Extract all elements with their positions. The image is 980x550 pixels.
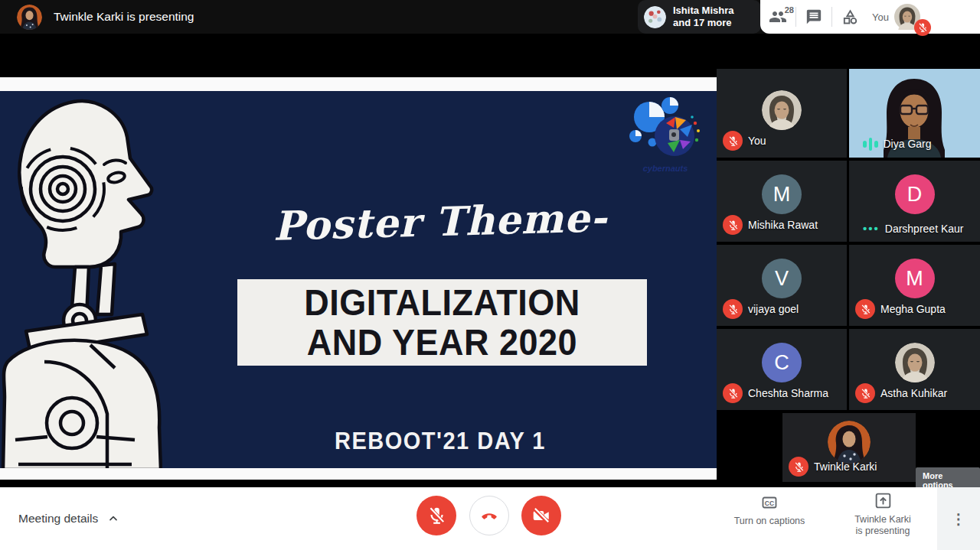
slide-headline-box: DIGITALIZATION AND YEAR 2020 bbox=[237, 279, 647, 366]
more-vert-icon: ⋮ bbox=[952, 511, 966, 527]
presenter-avatar bbox=[17, 5, 42, 30]
mic-muted-icon bbox=[723, 215, 743, 235]
participant-photo bbox=[762, 90, 802, 130]
participant-avatar bbox=[644, 6, 666, 28]
present-screen-icon bbox=[874, 491, 893, 510]
chat-icon bbox=[805, 8, 822, 25]
more-options-button[interactable]: ⋮ bbox=[937, 487, 980, 550]
meeting-details-button[interactable]: Meeting details bbox=[18, 487, 119, 550]
participant-tile-astha-kuhikar[interactable]: Astha Kuhikar bbox=[849, 329, 980, 410]
chevron-up-icon bbox=[107, 513, 119, 525]
participant-tile-you[interactable]: You bbox=[717, 69, 847, 158]
top-bar: Twinkle Karki is presenting Ishita Mishr… bbox=[0, 0, 980, 34]
presenting-line1: Twinkle Karki bbox=[854, 514, 911, 525]
bottom-bar: Meeting details CC Turn on captions bbox=[0, 487, 980, 550]
overflow-line1: Ishita Mishra bbox=[673, 5, 733, 16]
slide-headline-line2: AND YEAR 2020 bbox=[307, 321, 577, 363]
meeting-details-label: Meeting details bbox=[18, 512, 98, 526]
activities-button[interactable] bbox=[832, 0, 867, 34]
initial-avatar: V bbox=[762, 259, 802, 298]
mic-off-icon bbox=[426, 506, 446, 526]
mic-muted-icon bbox=[723, 383, 743, 403]
call-end-icon bbox=[479, 506, 499, 526]
camera-off-button[interactable] bbox=[521, 496, 561, 535]
club-logo: cybernauts bbox=[626, 96, 704, 175]
participant-tile-vijaya-goel[interactable]: V vijaya goel bbox=[717, 245, 847, 326]
initial-avatar: M bbox=[895, 259, 935, 298]
participant-tile-megha-gupta[interactable]: M Megha Gupta bbox=[849, 245, 980, 326]
presented-slide: cybernauts Poster Theme- DIGITALIZATION … bbox=[0, 91, 717, 468]
presenter-banner: Twinkle Karki is presenting bbox=[17, 0, 194, 34]
camera-off-icon bbox=[531, 506, 551, 526]
mic-muted-icon bbox=[723, 131, 743, 151]
presenting-status-button[interactable]: Twinkle Karki is presenting bbox=[833, 491, 933, 537]
participants-button[interactable]: 28 bbox=[760, 0, 795, 34]
slide-top-margin bbox=[0, 77, 717, 91]
participant-tile-cheshta-sharma[interactable]: C Cheshta Sharma bbox=[717, 329, 847, 410]
participant-count: 28 bbox=[785, 5, 794, 15]
captions-label: Turn on captions bbox=[734, 516, 805, 527]
speaking-indicator-icon bbox=[863, 137, 878, 151]
overflow-line2: and 17 more bbox=[673, 17, 732, 28]
initial-avatar: C bbox=[762, 343, 802, 382]
participants-overflow-chip[interactable]: Ishita Mishra and 17 more bbox=[638, 0, 761, 34]
participant-tile-twinkle-karki[interactable]: Twinkle Karki bbox=[782, 413, 916, 482]
participant-tile-mishika-rawat[interactable]: M Mishika Rawat bbox=[717, 161, 847, 242]
chat-button[interactable] bbox=[796, 0, 831, 34]
slide-script-title: Poster Theme- bbox=[252, 194, 628, 250]
slide-headline-line1: DIGITALIZATION bbox=[304, 282, 580, 324]
participant-photo bbox=[895, 343, 935, 382]
mic-muted-icon bbox=[914, 19, 931, 36]
robot-illustration bbox=[0, 91, 162, 468]
captions-button[interactable]: CC Turn on captions bbox=[720, 493, 819, 527]
mic-muted-icon bbox=[855, 383, 875, 403]
initial-avatar: M bbox=[762, 174, 802, 214]
participant-tile-darshpreet-kaur[interactable]: D ••• Darshpreet Kaur bbox=[849, 161, 980, 242]
slide-footer-text: REBOOT'21 DAY 1 bbox=[276, 428, 605, 455]
slide-bottom-margin bbox=[0, 468, 717, 480]
closed-captions-icon: CC bbox=[760, 493, 779, 512]
mic-muted-icon bbox=[789, 457, 808, 477]
self-avatar[interactable] bbox=[894, 4, 920, 30]
mic-muted-icon bbox=[723, 299, 743, 319]
google-meet-window: Twinkle Karki is presenting Ishita Mishr… bbox=[0, 0, 980, 550]
svg-text:CC: CC bbox=[765, 500, 774, 507]
activities-icon bbox=[841, 8, 859, 26]
svg-text:cybernauts: cybernauts bbox=[643, 164, 688, 173]
top-actions-panel: 28 You bbox=[760, 0, 980, 34]
participant-tile-diya-garg[interactable]: Diya Garg bbox=[849, 69, 980, 158]
mic-muted-icon bbox=[855, 299, 875, 319]
initial-avatar: D bbox=[895, 174, 935, 214]
presenting-line2: is presenting bbox=[856, 526, 910, 536]
presenter-banner-text: Twinkle Karki is presenting bbox=[54, 10, 194, 24]
mute-microphone-button[interactable] bbox=[416, 496, 456, 535]
leave-call-button[interactable] bbox=[469, 496, 509, 535]
you-label: You bbox=[872, 11, 889, 23]
audio-dots-icon: ••• bbox=[863, 222, 880, 235]
